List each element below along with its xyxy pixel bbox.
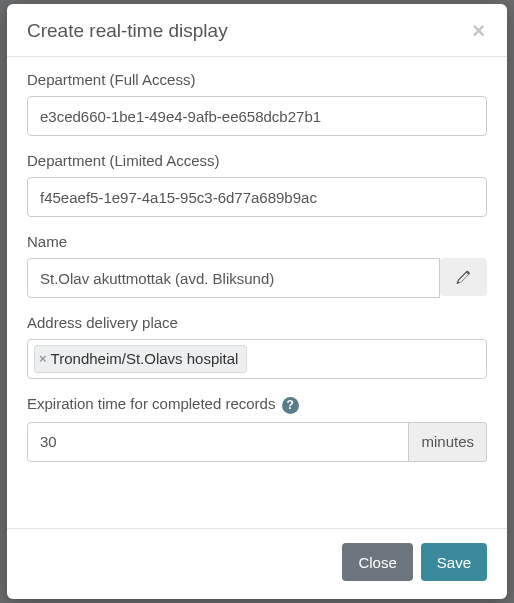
label-department-limited: Department (Limited Access) [27,152,487,169]
edit-name-button[interactable] [440,258,487,296]
input-department-limited[interactable] [27,177,487,217]
expiration-input-group: minutes [27,422,487,462]
field-name: Name [27,233,487,298]
label-department-full: Department (Full Access) [27,71,487,88]
modal-header: Create real-time display × [7,4,507,57]
close-button[interactable]: Close [342,543,412,581]
name-input-group [27,258,487,298]
input-name[interactable] [27,258,440,298]
field-expiration: Expiration time for completed records ? … [27,395,487,462]
close-icon[interactable]: × [470,20,487,42]
modal-title: Create real-time display [27,20,228,42]
modal-body: Department (Full Access) Department (Lim… [7,57,507,528]
label-expiration: Expiration time for completed records ? [27,395,487,414]
expiration-unit-label: minutes [409,422,487,462]
field-address: Address delivery place × Trondheim/St.Ol… [27,314,487,379]
label-name: Name [27,233,487,250]
modal-footer: Close Save [7,528,507,599]
address-tag-input[interactable]: × Trondheim/St.Olavs hospital [27,339,487,379]
field-department-limited: Department (Limited Access) [27,152,487,217]
address-tag-label: Trondheim/St.Olavs hospital [51,349,239,369]
field-department-full: Department (Full Access) [27,71,487,136]
input-department-full[interactable] [27,96,487,136]
help-icon[interactable]: ? [282,397,299,414]
tag-remove-icon[interactable]: × [39,351,47,368]
label-expiration-text: Expiration time for completed records [27,395,275,412]
create-real-time-display-modal: Create real-time display × Department (F… [7,4,507,599]
input-expiration[interactable] [27,422,409,462]
label-address: Address delivery place [27,314,487,331]
save-button[interactable]: Save [421,543,487,581]
address-tag: × Trondheim/St.Olavs hospital [34,345,247,373]
pencil-icon [456,270,471,285]
